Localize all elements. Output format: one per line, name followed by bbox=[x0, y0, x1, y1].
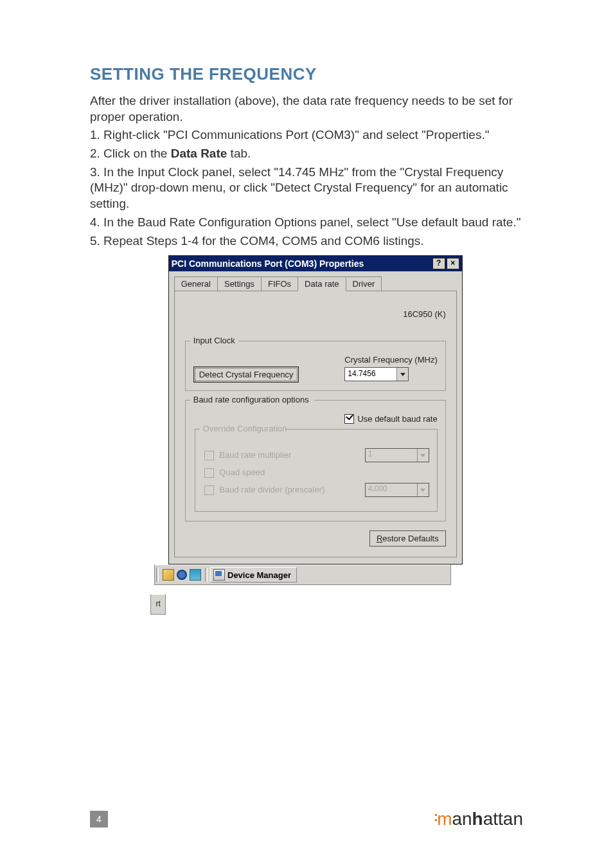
uart-type-label: 16C950 (K) bbox=[185, 309, 446, 319]
restore-defaults-button[interactable]: Restore Defaults bbox=[369, 530, 446, 547]
internet-explorer-icon[interactable] bbox=[177, 570, 187, 580]
heading-setting-frequency: SETTING THE FREQUENCY bbox=[90, 64, 523, 84]
baud-divider-checkbox bbox=[204, 485, 214, 495]
detect-crystal-button[interactable]: Detect Crystal Frequency bbox=[195, 368, 298, 381]
outlook-icon[interactable] bbox=[163, 569, 174, 581]
baud-divider-value: 4.000 bbox=[366, 483, 390, 494]
step-2-bold: Data Rate bbox=[171, 147, 227, 160]
baud-multiplier-value: 1 bbox=[366, 448, 375, 460]
taskbar-device-manager-label: Device Manager bbox=[227, 570, 291, 580]
baud-multiplier-label: Baud rate multiplier bbox=[219, 450, 291, 460]
help-button[interactable]: ? bbox=[432, 258, 445, 269]
tab-general[interactable]: General bbox=[174, 276, 218, 291]
dialog-title-bar: PCI Communications Port (COM3) Propertie… bbox=[169, 256, 462, 271]
step-2-pre: 2. Click on the bbox=[90, 147, 171, 160]
chevron-down-icon bbox=[396, 368, 408, 381]
baud-divider-label: Baud rate divider (prescaler) bbox=[219, 485, 324, 494]
intro-text: After the driver installation (above), t… bbox=[90, 93, 523, 125]
override-config-legend: Override Configuration bbox=[201, 424, 289, 433]
device-manager-icon bbox=[213, 569, 225, 581]
tab-fifos[interactable]: FIFOs bbox=[261, 276, 298, 291]
tab-strip: General Settings FIFOs Data rate Driver bbox=[174, 276, 457, 291]
step-4: 4. In the Baud Rate Configuration Option… bbox=[90, 215, 523, 231]
step-1: 1. Right-click "PCI Communications Port … bbox=[90, 127, 523, 143]
tab-content: 16C950 (K) Input Clock Detect Crystal Fr… bbox=[174, 291, 457, 557]
override-config-group: Override Configuration Baud rate multipl… bbox=[195, 429, 438, 512]
baud-multiplier-checkbox bbox=[204, 451, 214, 460]
dialog-title: PCI Communications Port (COM3) Propertie… bbox=[172, 258, 364, 269]
chevron-down-icon bbox=[417, 449, 429, 462]
taskbar: Device Manager bbox=[154, 564, 451, 585]
show-desktop-icon[interactable] bbox=[190, 569, 201, 581]
taskbar-device-manager-button[interactable]: Device Manager bbox=[210, 567, 297, 583]
step-2-post: tab. bbox=[227, 147, 251, 160]
input-clock-group: Input Clock Detect Crystal Frequency Cry… bbox=[185, 341, 446, 391]
crystal-freq-label: Crystal Frequency (MHz) bbox=[344, 355, 437, 365]
restore-defaults-label-rest: estore Defaults bbox=[382, 534, 438, 543]
quad-speed-checkbox bbox=[204, 468, 214, 478]
baud-config-group: Baud rate configuration options Use defa… bbox=[185, 400, 446, 521]
step-3: 3. In the Input Clock panel, select "14.… bbox=[90, 165, 523, 212]
quad-speed-label: Quad speed bbox=[219, 467, 265, 477]
close-button[interactable]: × bbox=[447, 258, 459, 269]
tab-data-rate[interactable]: Data rate bbox=[298, 276, 346, 291]
use-default-baud-checkbox[interactable] bbox=[344, 414, 354, 424]
properties-dialog: PCI Communications Port (COM3) Propertie… bbox=[168, 255, 463, 565]
taskbar-quicklaunch bbox=[160, 565, 204, 584]
baud-config-legend: Baud rate configuration options bbox=[191, 395, 311, 404]
tab-settings[interactable]: Settings bbox=[217, 276, 262, 291]
step-5: 5. Repeat Steps 1-4 for the COM4, COM5 a… bbox=[90, 233, 523, 249]
page-number: 4 bbox=[90, 811, 108, 827]
input-clock-legend: Input Clock bbox=[191, 336, 237, 345]
tab-driver[interactable]: Driver bbox=[346, 276, 382, 291]
detect-crystal-label: Detect Crystal Frequency bbox=[199, 370, 294, 379]
use-default-baud-label: Use default baud rate bbox=[357, 414, 437, 424]
baud-multiplier-dropdown: 1 bbox=[365, 448, 429, 462]
step-2: 2. Click on the Data Rate tab. bbox=[90, 146, 523, 162]
crystal-freq-dropdown[interactable]: 14.7456 bbox=[344, 367, 409, 381]
baud-divider-dropdown: 4.000 bbox=[365, 483, 429, 497]
chevron-down-icon bbox=[417, 484, 429, 496]
taskbar-fragment-rt: rt bbox=[150, 593, 166, 615]
brand-logo: :manhattan bbox=[423, 809, 523, 829]
